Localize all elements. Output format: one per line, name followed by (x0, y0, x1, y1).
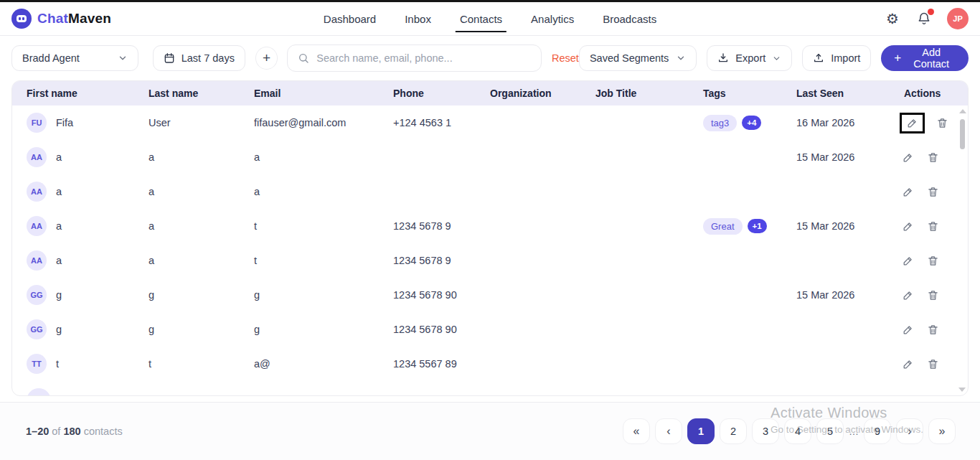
pagination: « ‹ 1 2 3 4 5 … 9 › » (623, 418, 956, 444)
last-seen: 15 Mar 2026 (782, 220, 890, 232)
table-row[interactable]: AAa a a 15 Mar 2026 (12, 140, 968, 174)
avatar: TT (27, 354, 47, 374)
edit-button[interactable] (900, 253, 915, 268)
page-button-2[interactable]: 2 (720, 418, 747, 444)
nav-contacts[interactable]: Contacts (460, 2, 502, 36)
delete-button[interactable] (925, 287, 941, 303)
agent-select-value: Bradd Agent (22, 52, 80, 64)
delete-button[interactable] (925, 184, 941, 200)
user-avatar[interactable]: JP (947, 8, 969, 29)
first-name: g (56, 289, 62, 301)
table-row[interactable]: AAa a a (12, 174, 968, 209)
chat-bubble-icon (11, 9, 32, 29)
agent-select[interactable]: Bradd Agent (11, 45, 138, 71)
page-button-3[interactable]: 3 (752, 418, 779, 444)
edit-button[interactable] (900, 356, 915, 372)
email: fifauser@gmail.com (240, 117, 379, 128)
page-button-1[interactable]: 1 (687, 418, 715, 444)
table-row[interactable]: AAa a t 1234 5678 9 (12, 243, 968, 278)
pencil-icon (902, 151, 914, 164)
edit-button[interactable] (900, 218, 915, 234)
next-page-button[interactable]: › (896, 418, 923, 444)
edit-button[interactable] (900, 321, 915, 337)
scroll-up-arrow[interactable] (959, 109, 966, 113)
notifications-button[interactable] (915, 10, 933, 27)
last-seen: 16 Mar 2026 (782, 117, 890, 128)
delete-button[interactable] (925, 218, 941, 234)
first-name: g (56, 324, 62, 335)
tag-badge[interactable]: Great (703, 218, 743, 235)
import-label: Import (831, 52, 860, 64)
export-button[interactable]: Export (707, 45, 792, 71)
plus-icon: + (894, 51, 901, 65)
last-page-button[interactable]: » (928, 418, 956, 444)
delete-button[interactable] (925, 253, 941, 268)
results-summary: 1–20 of 180 contacts (26, 426, 123, 437)
nav-broadcasts[interactable]: Broadcasts (603, 2, 656, 36)
search-input[interactable] (316, 52, 531, 64)
edit-button[interactable] (900, 149, 915, 165)
delete-button[interactable] (925, 149, 941, 165)
edit-button[interactable] (900, 287, 915, 303)
upload-icon (813, 52, 824, 64)
nav-analytics[interactable]: Analytics (531, 2, 574, 36)
top-bar: ChatMaven Dashboard Inbox Contacts Analy… (0, 0, 980, 36)
table-row[interactable]: FUFifa User fifauser@gmail.com +124 4563… (12, 105, 968, 140)
chevron-down-icon (772, 54, 781, 63)
saved-segments-label: Saved Segments (590, 52, 669, 64)
delete-button[interactable] (934, 115, 950, 131)
summary-total: 180 (63, 426, 80, 437)
delete-button[interactable] (925, 356, 941, 372)
trash-icon (927, 324, 939, 336)
last-name: t (134, 358, 240, 370)
email: a (240, 151, 379, 163)
trash-icon (936, 117, 948, 129)
table-scrollbar[interactable] (958, 106, 967, 395)
saved-segments-select[interactable]: Saved Segments (579, 45, 697, 71)
tag-more-badge[interactable]: +1 (748, 219, 767, 233)
filter-bar-actions: Saved Segments Export Import + Add Conta… (579, 45, 969, 71)
first-page-button[interactable]: « (623, 418, 650, 444)
trash-icon (927, 220, 939, 233)
add-filter-button[interactable]: + (255, 47, 278, 70)
nav-inbox[interactable]: Inbox (405, 2, 431, 36)
date-range-select[interactable]: Last 7 days (153, 45, 245, 71)
main-nav: Dashboard Inbox Contacts Analytics Broad… (324, 2, 656, 36)
email: g (240, 324, 379, 335)
email: g (240, 289, 379, 301)
edit-button[interactable] (900, 184, 915, 200)
settings-button[interactable]: ⚙ (884, 10, 901, 27)
add-contact-button[interactable]: + Add Contact (881, 45, 969, 71)
page-button-5[interactable]: 5 (816, 418, 844, 444)
last-name: User (134, 117, 240, 128)
last-name: g (134, 324, 240, 335)
scrollbar-thumb[interactable] (960, 119, 965, 149)
brand-logo[interactable]: ChatMaven (11, 9, 111, 29)
page-button-9[interactable]: 9 (864, 418, 891, 444)
chevron-down-icon (118, 53, 128, 63)
prev-page-button[interactable]: ‹ (655, 418, 682, 444)
first-name: t (56, 358, 59, 370)
reset-filters-link[interactable]: Reset (552, 52, 579, 64)
col-email: Email (240, 88, 379, 99)
first-name: a (56, 151, 62, 163)
table-row[interactable]: TTt t a@ 1234 5567 89 (12, 347, 968, 381)
pagination-ellipsis: … (849, 426, 859, 437)
table-row[interactable]: AAa a t 1234 5678 9 Great+1 15 Mar 2026 (12, 209, 968, 243)
import-button[interactable]: Import (802, 45, 871, 71)
first-name: a (56, 186, 62, 197)
scroll-down-arrow[interactable] (958, 388, 966, 392)
export-label: Export (735, 52, 765, 64)
topbar-actions: ⚙ JP (884, 8, 969, 29)
phone: 1234 5678 90 (379, 289, 476, 301)
table-row[interactable]: GGg g g 1234 5678 90 (12, 312, 968, 347)
delete-button[interactable] (925, 321, 941, 337)
table-row[interactable]: GGg g g 1234 5678 90 15 Mar 2026 (12, 278, 968, 312)
edit-button-highlighted[interactable] (900, 113, 925, 133)
page-button-4[interactable]: 4 (784, 418, 811, 444)
nav-dashboard[interactable]: Dashboard (324, 2, 376, 36)
tag-badge[interactable]: tag3 (703, 115, 737, 131)
col-tags: Tags (689, 88, 782, 99)
tag-more-badge[interactable]: +4 (742, 116, 761, 130)
avatar (27, 388, 51, 396)
